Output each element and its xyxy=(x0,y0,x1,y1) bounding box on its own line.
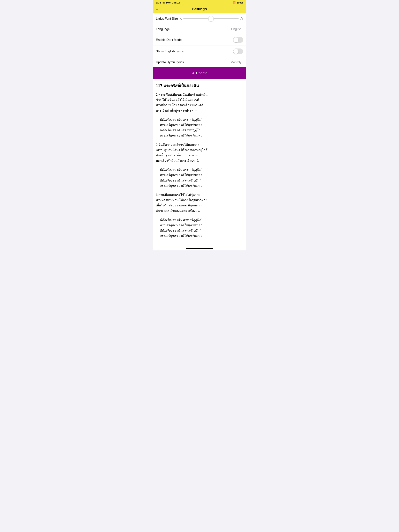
language-selector[interactable]: English › xyxy=(231,27,243,31)
refresh-icon: ↺ xyxy=(192,71,194,75)
language-value: English xyxy=(231,27,241,31)
verse-3: 3.กายเมื่อมอบพระไว้ใจไม่วุ่นวายพระทรงประ… xyxy=(156,192,243,213)
dark-mode-row: Enable Dark Mode xyxy=(153,34,246,46)
font-size-slider-container: A A xyxy=(180,16,243,21)
home-indicator-bar xyxy=(153,246,246,250)
update-hymn-row: Update Hymn Lyrics Monthly › xyxy=(153,57,246,67)
update-hymn-label: Update Hymn Lyrics xyxy=(156,61,184,64)
lyrics-container: 117 พระคริสต์เป็นของฉัน 1.พระคริสต์เป็นข… xyxy=(153,79,246,246)
chevron-down-icon: › xyxy=(242,28,243,31)
update-button[interactable]: ↺ Update xyxy=(153,67,246,79)
status-icons: 📶 100% xyxy=(232,1,243,4)
chorus-1-text: นี่คือเรื่องของฉัน สรรเสริญผู้ไถ่สรรเสริ… xyxy=(160,117,243,138)
status-bar: 7:38 PM Mon Jun 14 📶 100% xyxy=(153,0,246,5)
font-size-row: Lyrics Font Size A A xyxy=(153,13,246,24)
wifi-icon: 📶 xyxy=(232,1,236,4)
update-button-label: Update xyxy=(196,71,207,75)
app-header: ≡ Settings xyxy=(153,5,246,13)
chorus-1: นี่คือเรื่องของฉัน สรรเสริญผู้ไถ่สรรเสริ… xyxy=(160,117,243,138)
font-size-slider[interactable] xyxy=(183,18,239,19)
font-size-small-label: A xyxy=(180,17,182,20)
verse-2-text: 2.ฉันมีความพอใจฉันได้มอบกายเพราะสุขอันนิ… xyxy=(156,142,243,163)
hymn-title: 117 พระคริสต์เป็นของฉัน xyxy=(156,82,243,89)
dark-mode-toggle[interactable] xyxy=(233,37,243,43)
chorus-2-text: นี่คือเรื่องของฉัน สรรเสริญผู้ไถ่สรรเสริ… xyxy=(160,167,243,188)
status-time: 7:38 PM Mon Jun 14 xyxy=(156,1,180,4)
battery-icon: 100% xyxy=(237,1,243,4)
toggle-track xyxy=(233,37,243,43)
home-bar xyxy=(186,248,213,249)
update-frequency-selector[interactable]: Monthly › xyxy=(231,61,243,64)
show-english-toggle[interactable] xyxy=(233,49,243,54)
verse-3-text: 3.กายเมื่อมอบพระไว้ใจไม่วุ่นวายพระทรงประ… xyxy=(156,192,243,213)
chorus-3-text: นี่คือเรื่องของฉัน สรรเสริญผู้ไถ่สรรเสริ… xyxy=(160,217,243,239)
font-size-label: Lyrics Font Size xyxy=(156,17,178,20)
settings-panel: Lyrics Font Size A A Language English › … xyxy=(153,13,246,67)
dark-mode-label: Enable Dark Mode xyxy=(156,38,182,42)
update-frequency-value: Monthly xyxy=(231,61,241,64)
verse-1-text: 1.พระคริสต์เป็นของฉันเป็นจริงแม่นมั่นช่ว… xyxy=(156,92,243,113)
chorus-3: นี่คือเรื่องของฉัน สรรเสริญผู้ไถ่สรรเสริ… xyxy=(160,217,243,239)
verse-1: 1.พระคริสต์เป็นของฉันเป็นจริงแม่นมั่นช่ว… xyxy=(156,92,243,113)
page-title: Settings xyxy=(192,7,207,11)
verse-2: 2.ฉันมีความพอใจฉันได้มอบกายเพราะสุขอันนิ… xyxy=(156,142,243,163)
language-row: Language English › xyxy=(153,24,246,34)
chorus-2: นี่คือเรื่องของฉัน สรรเสริญผู้ไถ่สรรเสริ… xyxy=(160,167,243,188)
show-english-label: Show English Lyrics xyxy=(156,50,184,53)
show-english-row: Show English Lyrics xyxy=(153,46,246,57)
font-size-large-label: A xyxy=(240,16,243,21)
language-label: Language xyxy=(156,27,170,31)
update-chevron-down-icon: › xyxy=(242,61,243,64)
menu-button[interactable]: ≡ xyxy=(156,7,158,11)
toggle-track-english xyxy=(233,49,243,54)
